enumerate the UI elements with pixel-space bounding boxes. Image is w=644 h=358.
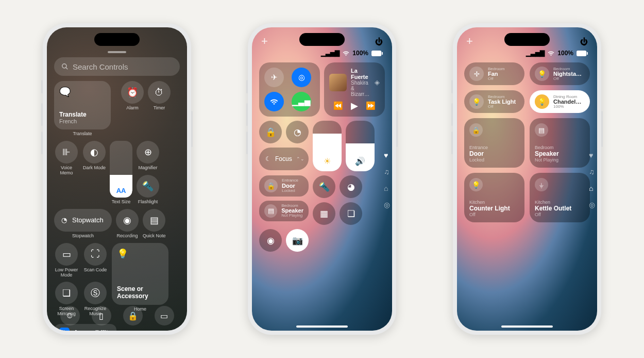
phone-3: + ⏻ ▁▃▅▇ 100% ✢BedroomFanOff 💡BedroomNig… <box>453 23 601 335</box>
fan-icon: ✢ <box>469 67 484 81</box>
door-room: Entrance <box>469 145 519 150</box>
spk-state: Not Playing <box>535 157 585 162</box>
scan-code-button[interactable]: ⛶ <box>84 243 107 266</box>
cellular-button[interactable]: ▁▃▅ <box>292 92 311 111</box>
dynamic-island <box>299 33 345 46</box>
power-icon[interactable]: ⏻ <box>375 37 383 46</box>
speaker-tile[interactable]: ▤ BedroomSpeakerNot Playing <box>259 201 309 221</box>
track-artist: Shakira & Bizarr… <box>351 80 370 97</box>
magnifier-button[interactable]: ⊕ <box>137 141 159 164</box>
home-page-icon[interactable]: ⌂ <box>384 184 390 192</box>
toolbar-wallet-icon[interactable]: ▭ <box>155 306 174 326</box>
quick-note-icon: ▤ <box>150 215 159 226</box>
add-control-button[interactable]: + <box>466 35 473 48</box>
connectivity-page-icon[interactable]: ◎ <box>589 201 595 209</box>
now-playing-tile[interactable]: La Fuerte Shakira & Bizarr… ◈ ⏪ ▶ ⏩ <box>324 62 385 117</box>
screen-mirroring-button-cc[interactable]: ❏ <box>340 202 362 225</box>
chand-state: 100% <box>553 105 581 109</box>
airplane-button[interactable]: ✈︎ <box>264 68 284 87</box>
recording-button[interactable]: ◉ <box>116 209 139 232</box>
airdrop-button[interactable]: ◎ <box>292 68 311 87</box>
forward-button[interactable]: ⏩ <box>366 101 376 110</box>
calculator-button[interactable]: ▦ <box>313 202 335 225</box>
nightstand-tile[interactable]: 💡BedroomNightsta…Off <box>530 62 590 85</box>
flashlight-button[interactable]: 🔦 <box>313 175 335 198</box>
toolbar-lock-icon[interactable]: 🔒 <box>123 306 143 326</box>
recognize-music-button[interactable]: Ⓢ <box>84 282 107 304</box>
spk-name: Speaker <box>535 150 585 157</box>
orientation-lock-button[interactable]: 🔒 <box>259 121 282 143</box>
scan-code-icon: ⛶ <box>91 249 100 259</box>
add-control-button[interactable]: + <box>261 35 268 48</box>
status-row: ▁▃▅▇ 100% <box>526 50 588 57</box>
chandelier-tile[interactable]: 💡Dining RoomChandel…100% <box>530 90 590 113</box>
volume-slider[interactable]: 🔊 <box>346 121 375 171</box>
volume-icon: 🔊 <box>355 156 365 166</box>
play-button[interactable]: ▶ <box>351 100 358 111</box>
door-tile[interactable]: 🔒 EntranceDoorLocked <box>259 175 309 196</box>
alarm-button[interactable]: ⏰ <box>121 81 144 104</box>
camera-button[interactable]: 📷 <box>286 229 309 252</box>
door-tile[interactable]: 🔒EntranceDoorLocked <box>464 118 524 168</box>
low-power-button[interactable]: ▭ <box>55 243 78 266</box>
airplay-icon[interactable]: ◈ <box>375 78 380 86</box>
voice-memo-button[interactable]: ⊪ <box>55 141 78 164</box>
rewind-button[interactable]: ⏪ <box>333 101 343 110</box>
fan-tile[interactable]: ✢BedroomFanOff <box>464 62 524 85</box>
wifi-button[interactable] <box>264 92 284 111</box>
screen-record-button[interactable]: ◉ <box>259 229 282 252</box>
toolbar-remote-icon[interactable]: ▯ <box>92 306 111 326</box>
favorites-page-icon[interactable]: ♥ <box>384 151 390 159</box>
flashlight-icon: 🔦 <box>142 181 154 192</box>
dark-mode-button[interactable]: ◐ <box>83 141 106 164</box>
kettle-room: Kitchen <box>535 200 585 205</box>
home-indicator[interactable] <box>501 326 553 328</box>
speaker-icon: ▤ <box>264 204 277 218</box>
fan-state: Off <box>488 77 504 81</box>
favorites-page-icon[interactable]: ♥ <box>589 151 595 159</box>
home-indicator[interactable] <box>296 326 348 328</box>
quick-note-button[interactable]: ▤ <box>143 209 165 232</box>
bulb-icon: 💡 <box>469 94 484 109</box>
flashlight-button[interactable]: 🔦 <box>137 175 159 198</box>
accessibility-icon: ✳︎ <box>59 328 70 331</box>
counter-name: Counter Light <box>469 205 519 212</box>
wifi-status-icon <box>343 51 349 56</box>
page-indicators[interactable]: ♥ ♫ ⌂ ◎ <box>589 151 595 209</box>
door-name: Door <box>469 150 519 157</box>
search-controls-field[interactable]: Search Controls <box>54 57 180 76</box>
timer-button-cc[interactable]: ◕ <box>340 175 362 198</box>
connectivity-group: ✈︎ ◎ ▁▃▅ <box>259 62 320 117</box>
home-title: Scene or Accessory <box>117 285 163 300</box>
lock-icon: 🔒 <box>264 179 278 192</box>
grabber-handle[interactable] <box>108 51 126 53</box>
task-light-tile[interactable]: 💡BedroomTask LightOff <box>464 90 524 113</box>
lock-icon: 🔒 <box>469 123 483 137</box>
counter-room: Kitchen <box>469 200 519 205</box>
toolbar-accessibility-icon[interactable]: ☺︎ <box>60 306 80 326</box>
connectivity-page-icon[interactable]: ◎ <box>384 201 390 209</box>
text-size-slider[interactable]: AA <box>110 141 132 198</box>
battery-icon <box>577 51 588 56</box>
signal-icon: ▁▃▅▇ <box>526 50 545 57</box>
search-icon <box>61 63 69 70</box>
timer-icon: ⏱ <box>155 87 164 98</box>
power-icon[interactable]: ⏻ <box>580 37 588 46</box>
music-page-icon[interactable]: ♫ <box>384 168 390 176</box>
speaker-tile[interactable]: ▤BedroomSpeakerNot Playing <box>530 118 590 168</box>
alarm-caption: Alarm <box>126 106 139 111</box>
kettle-outlet-tile[interactable]: ⏚KitchenKettle OutletOff <box>530 173 590 222</box>
home-page-icon[interactable]: ⌂ <box>589 184 595 192</box>
home-tile[interactable]: 💡 Scene or Accessory <box>112 243 168 305</box>
screen-distance-button[interactable]: ◔ <box>286 121 309 143</box>
translate-tile[interactable]: 🗨️ Translate French <box>54 81 111 129</box>
music-page-icon[interactable]: ♫ <box>589 168 595 176</box>
page-indicators[interactable]: ♥ ♫ ⌂ ◎ <box>384 151 390 209</box>
screen-mirroring-button[interactable]: ❏ <box>55 282 78 304</box>
timer-button[interactable]: ⏱ <box>148 81 171 104</box>
stopwatch-tile[interactable]: ◔Stopwatch <box>54 209 112 232</box>
brightness-slider[interactable]: ☀︎ <box>313 121 342 171</box>
counter-light-tile[interactable]: 💡KitchenCounter LightOff <box>464 173 524 222</box>
focus-button[interactable]: ☾Focus⌃⌄ <box>259 148 309 170</box>
magnifier-caption: Magnifier <box>139 166 158 171</box>
